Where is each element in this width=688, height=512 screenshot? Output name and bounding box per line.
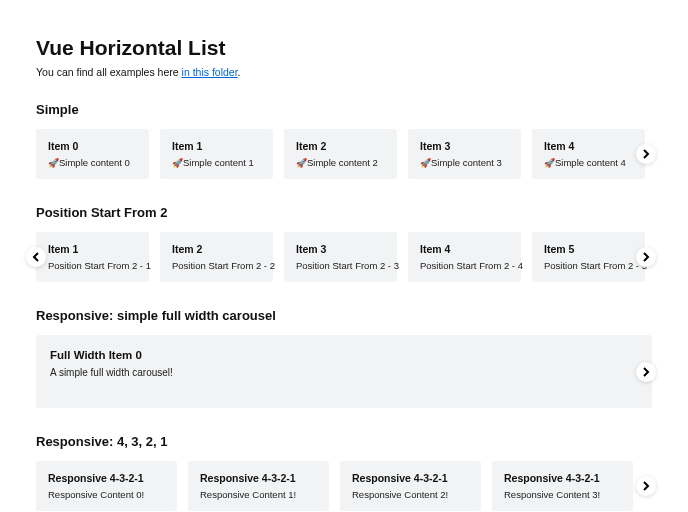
list-item: Item 4 Position Start From 2 - 4 [408, 232, 521, 282]
item-sub: 🚀Simple content 2 [296, 157, 385, 168]
item-sub: Responsive Content 2! [352, 489, 469, 500]
next-button[interactable] [636, 144, 656, 164]
item-title: Full Width Item 0 [50, 349, 638, 361]
list-item: Responsive 4-3-2-1 Responsive Content 2! [340, 461, 481, 511]
list-item: Item 3 🚀Simple content 3 [408, 129, 521, 179]
item-sub: Position Start From 2 - 4 [420, 260, 509, 271]
item-title: Responsive 4-3-2-1 [352, 472, 469, 484]
item-sub: Position Start From 2 - 5 [544, 260, 633, 271]
page-title: Vue Horizontal List [36, 36, 652, 60]
carousel-track: Item 0 🚀Simple content 0 Item 1 🚀Simple … [36, 129, 652, 179]
chevron-right-icon [641, 149, 651, 159]
item-sub: Position Start From 2 - 1 [48, 260, 137, 271]
item-sub: Position Start From 2 - 2 [172, 260, 261, 271]
list-item: Item 2 Position Start From 2 - 2 [160, 232, 273, 282]
carousel-track: Item 1 Position Start From 2 - 1 Item 2 … [36, 232, 652, 282]
item-title: Responsive 4-3-2-1 [200, 472, 317, 484]
list-item: Item 1 🚀Simple content 1 [160, 129, 273, 179]
carousel-track: Full Width Item 0 A simple full width ca… [36, 335, 652, 408]
item-title: Item 3 [296, 243, 385, 255]
chevron-left-icon [31, 252, 41, 262]
section-heading: Responsive: simple full width carousel [36, 308, 652, 323]
section-simple: Simple Item 0 🚀Simple content 0 Item 1 🚀… [36, 102, 652, 179]
item-sub: Position Start From 2 - 3 [296, 260, 385, 271]
list-item: Full Width Item 0 A simple full width ca… [36, 335, 652, 408]
item-title: Item 3 [420, 140, 509, 152]
item-sub: Responsive Content 0! [48, 489, 165, 500]
section-heading: Position Start From 2 [36, 205, 652, 220]
rocket-icon: 🚀 [296, 158, 307, 168]
list-item: Item 1 Position Start From 2 - 1 [36, 232, 149, 282]
item-sub: 🚀Simple content 1 [172, 157, 261, 168]
prev-button[interactable] [26, 247, 46, 267]
section-heading: Simple [36, 102, 652, 117]
item-sub: Responsive Content 3! [504, 489, 621, 500]
next-button[interactable] [636, 247, 656, 267]
item-sub: A simple full width carousel! [50, 367, 638, 378]
item-sub: 🚀Simple content 3 [420, 157, 509, 168]
carousel-track: Responsive 4-3-2-1 Responsive Content 0!… [36, 461, 652, 511]
intro-link[interactable]: in this folder [182, 66, 238, 78]
item-title: Responsive 4-3-2-1 [504, 472, 621, 484]
item-title: Item 0 [48, 140, 137, 152]
item-title: Item 1 [48, 243, 137, 255]
item-sub: 🚀Simple content 4 [544, 157, 633, 168]
chevron-right-icon [641, 252, 651, 262]
list-item: Item 2 🚀Simple content 2 [284, 129, 397, 179]
section-position: Position Start From 2 Item 1 Position St… [36, 205, 652, 282]
item-title: Responsive 4-3-2-1 [48, 472, 165, 484]
next-button[interactable] [636, 362, 656, 382]
item-sub: 🚀Simple content 0 [48, 157, 137, 168]
item-title: Item 2 [296, 140, 385, 152]
item-title: Item 2 [172, 243, 261, 255]
section-r4321: Responsive: 4, 3, 2, 1 Responsive 4-3-2-… [36, 434, 652, 511]
list-item: Responsive 4-3-2-1 Responsive Content 3! [492, 461, 633, 511]
list-item: Item 3 Position Start From 2 - 3 [284, 232, 397, 282]
list-item: Item 5 Position Start From 2 - 5 [532, 232, 645, 282]
list-item: Responsive 4-3-2-1 Responsive Content 1! [188, 461, 329, 511]
rocket-icon: 🚀 [420, 158, 431, 168]
item-sub: Responsive Content 1! [200, 489, 317, 500]
rocket-icon: 🚀 [172, 158, 183, 168]
chevron-right-icon [641, 481, 651, 491]
item-title: Item 4 [544, 140, 633, 152]
section-heading: Responsive: 4, 3, 2, 1 [36, 434, 652, 449]
section-fullwidth: Responsive: simple full width carousel F… [36, 308, 652, 408]
chevron-right-icon [641, 367, 651, 377]
item-title: Item 1 [172, 140, 261, 152]
intro-text: You can find all examples here in this f… [36, 66, 652, 78]
list-item: Item 0 🚀Simple content 0 [36, 129, 149, 179]
rocket-icon: 🚀 [544, 158, 555, 168]
item-title: Item 5 [544, 243, 633, 255]
next-button[interactable] [636, 476, 656, 496]
list-item: Responsive 4-3-2-1 Responsive Content 0! [36, 461, 177, 511]
item-title: Item 4 [420, 243, 509, 255]
list-item: Item 4 🚀Simple content 4 [532, 129, 645, 179]
rocket-icon: 🚀 [48, 158, 59, 168]
